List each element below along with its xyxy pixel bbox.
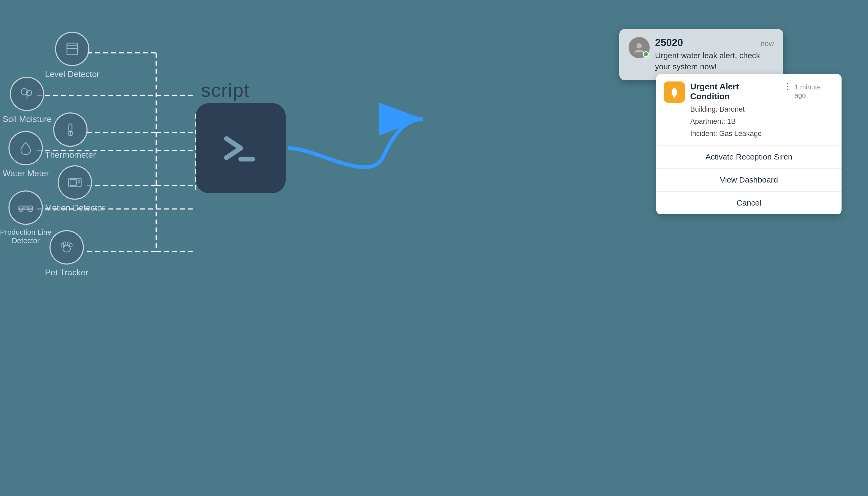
script-box [196, 103, 286, 193]
alert-card-title: Urgent Alert Condition [690, 82, 781, 101]
toast-message: Urgent water leak alert, check your syst… [655, 50, 774, 72]
svg-rect-18 [67, 43, 78, 55]
toast-header: 25020 now [655, 37, 774, 48]
device-circle-soil-moisture [10, 77, 44, 111]
water-icon [18, 140, 34, 156]
device-label-level-detector: Level Detector [45, 69, 99, 79]
device-node-motion-detector: Motion Detector [45, 165, 105, 213]
svg-point-35 [63, 246, 71, 252]
diagram: script Level Detector [0, 0, 868, 496]
device-circle-motion-detector [58, 165, 92, 200]
device-label-motion-detector: Motion Detector [45, 203, 105, 213]
svg-point-42 [673, 96, 675, 98]
device-circle-thermometer [53, 112, 88, 147]
svg-point-40 [636, 43, 642, 48]
svg-point-39 [69, 243, 72, 247]
alert-title-row: Urgent Alert Condition ⋮ 1 minute ago [690, 81, 834, 101]
alert-icon-box [664, 81, 685, 103]
svg-rect-28 [70, 180, 76, 185]
alert-card-info: Urgent Alert Condition ⋮ 1 minute ago Bu… [690, 81, 834, 140]
svg-rect-34 [26, 206, 29, 209]
alert-card-header: Urgent Alert Condition ⋮ 1 minute ago Bu… [656, 74, 841, 145]
paw-icon [59, 239, 75, 255]
script-label: script [201, 79, 250, 101]
device-circle-water-meter [9, 131, 43, 165]
toast-id: 25020 [655, 37, 683, 48]
device-circle-level-detector [55, 32, 89, 66]
device-label-water-meter: Water Meter [3, 169, 49, 178]
motion-icon [67, 175, 83, 190]
device-label-thermometer: Thermometer [45, 150, 96, 160]
view-dashboard-button[interactable]: View Dashboard [656, 169, 841, 191]
device-node-thermometer: Thermometer [45, 112, 96, 160]
device-node-production-line: Production Line Detector [0, 190, 51, 245]
thermometer-icon [62, 122, 78, 138]
online-status-dot [643, 51, 649, 57]
device-label-production-line: Production Line Detector [0, 228, 51, 245]
alert-card: Urgent Alert Condition ⋮ 1 minute ago Bu… [656, 74, 841, 214]
device-circle-production-line [9, 190, 43, 225]
toast-avatar [629, 37, 650, 58]
alert-card-time: 1 minute ago [794, 83, 834, 99]
terminal-icon [217, 124, 265, 172]
alert-apartment: Apartment: 1B [690, 115, 834, 128]
device-label-pet-tracker: Pet Tracker [45, 268, 88, 278]
device-node-pet-tracker: Pet Tracker [45, 230, 88, 278]
device-circle-pet-tracker [49, 230, 84, 265]
level-icon [64, 41, 80, 57]
plant-icon [19, 86, 35, 102]
alert-incident: Incident: Gas Leakage [690, 128, 834, 140]
device-node-water-meter: Water Meter [3, 131, 49, 178]
device-node-level-detector: Level Detector [45, 32, 99, 79]
toast-content: 25020 now Urgent water leak alert, check… [655, 37, 774, 72]
notification-toast: 25020 now Urgent water leak alert, check… [619, 29, 783, 80]
cancel-button[interactable]: Cancel [656, 191, 841, 214]
toast-time: now [761, 40, 774, 48]
svg-point-37 [63, 242, 66, 246]
alert-building: Building: Baronet [690, 104, 834, 115]
activate-siren-button[interactable]: Activate Reception Siren [656, 145, 841, 168]
svg-rect-33 [22, 206, 25, 209]
conveyor-icon [18, 200, 34, 216]
svg-point-29 [78, 181, 80, 183]
device-label-soil-moisture: Soil Moisture [3, 114, 51, 124]
alert-more-options[interactable]: ⋮ [783, 81, 792, 92]
bell-icon [668, 86, 680, 98]
device-node-soil-moisture: Soil Moisture [3, 77, 51, 124]
svg-rect-17 [238, 157, 255, 161]
